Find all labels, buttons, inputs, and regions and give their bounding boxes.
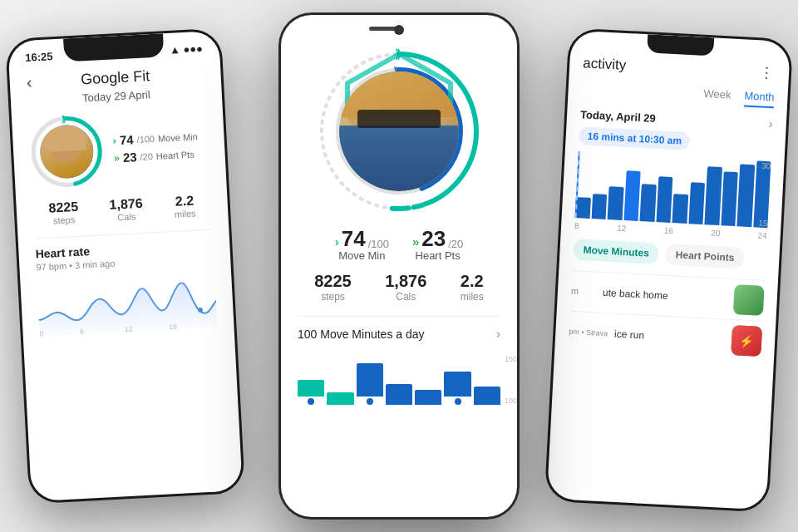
- miles-stat: 2.2 miles: [174, 193, 196, 219]
- right-phone: activity ⋮ Week Month Today, April 29 › …: [544, 27, 793, 512]
- svg-text:0: 0: [39, 329, 44, 337]
- move-min-goal: /100: [136, 133, 155, 144]
- bar-r-3: [608, 186, 624, 220]
- heart-rate-section: Heart rate 97 bpm • 3 min ago 0: [35, 229, 218, 340]
- chart-y-labels: 150 100: [505, 355, 517, 405]
- heart-pts-group: » 23 /20 Heart Pts: [412, 228, 463, 262]
- big-ring: ⟫ ⟫: [316, 48, 482, 214]
- activity-thumb-1: [733, 284, 765, 316]
- heart-pts-label-center: Heart Pts: [412, 249, 463, 262]
- check-6: [455, 398, 461, 405]
- bar-7: [474, 387, 500, 405]
- move-min-group: › 74 /100 Move Min: [335, 228, 389, 262]
- bar-r-2: [591, 194, 607, 219]
- heart-pts-val: 23: [122, 150, 137, 165]
- bar-r-8: [688, 182, 705, 224]
- time-left: 16:25: [25, 50, 53, 64]
- bar-5: [415, 390, 441, 405]
- bar-r-10: [721, 171, 738, 226]
- miles-label: miles: [175, 208, 196, 219]
- move-min-val: 74: [119, 132, 134, 147]
- back-button[interactable]: ‹: [26, 73, 32, 92]
- bar-2: [327, 392, 353, 405]
- cals-label: Cals: [110, 211, 144, 223]
- bar-r-9: [704, 166, 722, 225]
- center-stats-row: › 74 /100 Move Min » 23 /20 Heart Pts: [298, 228, 500, 262]
- section-label: 100 Move Minutes a day: [298, 328, 425, 341]
- activity-text-1: ute back home: [603, 287, 728, 305]
- activity-title: activity: [583, 55, 627, 74]
- toggle-row: Move Minutes Heart Points: [573, 239, 766, 270]
- hr-chart-svg: 0 6 12 18: [37, 269, 217, 337]
- steps-label: steps: [49, 214, 79, 226]
- steps-val-center: 8225: [314, 272, 352, 291]
- bar-r-5: [640, 184, 657, 222]
- cals-center: 1,876 Cals: [385, 272, 426, 303]
- menu-button[interactable]: ⋮: [758, 63, 776, 82]
- bar-r-4-dashed: [623, 170, 641, 221]
- activity-thumb-2: ⚡: [731, 325, 762, 357]
- check-1: [308, 398, 314, 405]
- right-date: Today, April 29: [580, 108, 656, 125]
- miles-val: 2.2: [174, 193, 196, 209]
- activity-text-2: ice run: [614, 328, 726, 346]
- svg-text:12: 12: [124, 325, 132, 334]
- miles-label-center: miles: [461, 291, 484, 303]
- stats-row-left: 8225 steps 1,876 Cals 2.2 miles: [32, 193, 211, 227]
- right-tabs: Week Month: [581, 81, 775, 108]
- activity-meta-2: pm • Strava: [569, 328, 608, 337]
- center-phone: ⟫ ⟫: [278, 12, 520, 520]
- bar-r-7: [672, 194, 687, 224]
- tab-month[interactable]: Month: [744, 89, 775, 108]
- move-min-label: Move Min: [158, 131, 198, 143]
- heart-pts-goal-center: /20: [448, 239, 463, 249]
- left-phone: 16:25 ▲ ●●● ‹ Google Fit Today 29 April: [5, 28, 245, 505]
- heart-pts-label: Heart Pts: [156, 149, 195, 160]
- bar-r-11: [736, 164, 754, 227]
- move-min-val-center: 74: [342, 228, 366, 249]
- svg-text:18: 18: [169, 323, 177, 332]
- tab-week[interactable]: Week: [703, 87, 732, 106]
- check-3: [367, 398, 373, 405]
- chart-container: 30 15 8 12 16 20 24: [574, 151, 771, 240]
- ring-stats-small: › 74 /100 Move Min » 23 /20 Heart Pts: [112, 129, 199, 165]
- cals-stat: 1,876 Cals: [109, 196, 144, 223]
- steps-center: 8225 steps: [314, 272, 352, 303]
- bar-chart-right: 30 15: [575, 151, 771, 228]
- heart-pts-goal: /20: [140, 151, 153, 162]
- activity-meta-1: m: [571, 286, 597, 298]
- ring-widget: ⟫ ⟫ › 74 /100 Move Min: [28, 108, 209, 190]
- activity-badge: 16 mins at 10:30 am: [579, 126, 690, 150]
- cals-val: 1,876: [109, 196, 143, 213]
- svg-text:6: 6: [80, 328, 85, 336]
- bar-4: [386, 384, 412, 405]
- heart-pts-icon: »: [113, 151, 120, 164]
- svg-text:⟫: ⟫: [62, 114, 67, 123]
- cals-val-center: 1,876: [385, 272, 426, 291]
- center-bottom-stats: 8225 steps 1,876 Cals 2.2 miles: [298, 272, 500, 303]
- signal-left: ▲ ●●●: [170, 42, 204, 56]
- ring-small: ⟫ ⟫: [28, 113, 105, 190]
- steps-label-center: steps: [314, 291, 352, 303]
- bar-chart-preview: 150 100: [298, 355, 500, 405]
- move-min-label-center: Move Min: [335, 249, 389, 262]
- right-chevron-icon[interactable]: ›: [768, 116, 773, 131]
- move-min-icon: ›: [112, 134, 116, 146]
- miles-center: 2.2 miles: [461, 272, 484, 303]
- move-min-chevron: ›: [335, 234, 339, 249]
- cals-label-center: Cals: [385, 291, 426, 303]
- heart-pts-chevron: »: [412, 234, 419, 249]
- move-minutes-btn[interactable]: Move Minutes: [573, 239, 660, 264]
- bar-6: [444, 372, 470, 405]
- heart-pts-val-center: 23: [421, 228, 446, 249]
- camera-center: [394, 25, 404, 35]
- app-title: Google Fit: [81, 67, 150, 88]
- move-min-goal-center: /100: [368, 239, 389, 249]
- profile-photo: [339, 71, 459, 191]
- steps-val: 8225: [48, 200, 78, 216]
- heart-points-btn[interactable]: Heart Points: [665, 244, 745, 269]
- notch-right: [647, 34, 714, 56]
- section-row[interactable]: 100 Move Minutes a day ›: [298, 316, 500, 352]
- miles-val-center: 2.2: [461, 272, 484, 291]
- bar-r-6: [656, 176, 672, 223]
